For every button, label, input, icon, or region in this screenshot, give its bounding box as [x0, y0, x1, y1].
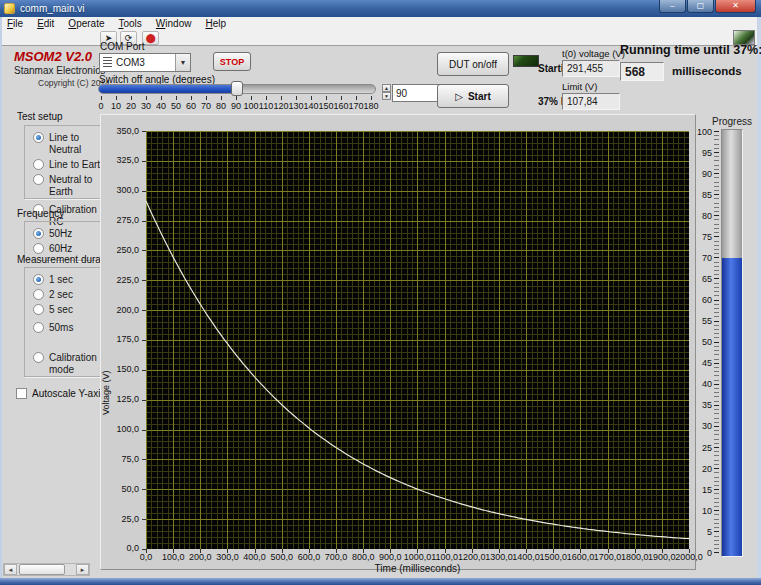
window-title: comm_main.vi	[20, 3, 84, 14]
tick-label: 130	[288, 101, 303, 111]
horizontal-scrollbar[interactable]: ◄ ►	[3, 563, 90, 576]
progress-tick-label: 5	[688, 527, 712, 537]
tick	[251, 96, 252, 100]
progress-tick-label: 30	[688, 421, 712, 431]
menu-window[interactable]: Window	[156, 18, 192, 29]
menu-file[interactable]: File	[7, 18, 23, 29]
y-tick-label: 250,0	[101, 245, 139, 255]
tick-label: 140	[303, 101, 318, 111]
tick-label: 100	[243, 101, 258, 111]
tick-label: 40	[156, 101, 166, 111]
radio-label: 5 sec	[49, 304, 73, 316]
tick-label: 10	[111, 101, 121, 111]
close-button[interactable]: ✕	[715, 0, 756, 13]
y-tick-label: 0,0	[101, 543, 139, 553]
tick	[161, 96, 162, 100]
tick	[206, 96, 207, 100]
waveform-plot[interactable]	[146, 131, 689, 549]
limit-v-label: Limit (V)	[562, 81, 597, 92]
radio-button[interactable]	[33, 243, 44, 254]
y-tick-label: 200,0	[101, 305, 139, 315]
y-tick-label: 50,0	[101, 484, 139, 494]
maximize-button[interactable]: ▢	[687, 0, 714, 13]
radio-button[interactable]	[33, 352, 44, 363]
menu-edit[interactable]: Edit	[37, 18, 54, 29]
tick-label: 170	[348, 101, 363, 111]
angle-slider-fill	[99, 85, 237, 93]
spinner-down-icon[interactable]: ▼	[382, 92, 391, 100]
radio-button[interactable]	[33, 289, 44, 300]
tick	[281, 96, 282, 100]
radio-button[interactable]	[33, 159, 44, 170]
tick-label: 150	[318, 101, 333, 111]
x-tick-label: 600,0	[298, 552, 321, 562]
minimize-button[interactable]: –	[659, 0, 686, 13]
scroll-right-icon[interactable]: ►	[76, 564, 89, 575]
chart-panel: 350,0325,0300,0275,0250,0225,0200,0175,0…	[100, 114, 696, 570]
autoscale-checkbox[interactable]	[16, 388, 27, 399]
app-icon	[4, 3, 15, 14]
tick-label: 180	[363, 101, 378, 111]
y-tick-label: 350,0	[101, 126, 139, 136]
progress-tick-label: 0	[688, 548, 712, 558]
x-tick-label: 500,0	[270, 552, 293, 562]
chevron-down-icon[interactable]: ▼	[175, 54, 190, 71]
scrollbar-thumb[interactable]	[19, 564, 65, 575]
scroll-left-icon[interactable]: ◄	[4, 564, 17, 575]
radio-button[interactable]	[33, 174, 44, 185]
com-port-dropdown[interactable]: COM3 ▼	[99, 53, 191, 72]
progress-bar	[721, 129, 743, 557]
angle-value-field[interactable]: 90	[392, 84, 440, 102]
t0-voltage-label: t(0) voltage (V)	[562, 48, 625, 59]
y-tick-label: 325,0	[101, 155, 139, 165]
menu-tools[interactable]: Tools	[119, 18, 142, 29]
running-time-unit: milliseconds	[672, 65, 742, 77]
tick	[296, 96, 297, 100]
radio-button[interactable]	[33, 228, 44, 239]
spinner-up-icon[interactable]: ▲	[382, 84, 391, 92]
x-tick-label: 0,0	[140, 552, 153, 562]
window-border-right	[757, 17, 761, 578]
tick	[176, 96, 177, 100]
x-tick-label: 1700,0	[594, 552, 622, 562]
abort-icon[interactable]: ⬤	[142, 31, 159, 45]
menu-help[interactable]: Help	[205, 18, 226, 29]
progress-tick-label: 85	[688, 190, 712, 200]
product-name: MSOM2 V2.0	[14, 49, 92, 64]
titlebar: comm_main.vi – ▢ ✕	[0, 0, 761, 17]
angle-slider-scale: 0102030405060708090100110120130140150160…	[98, 96, 382, 114]
tick-label: 70	[201, 101, 211, 111]
y-tick-label: 275,0	[101, 215, 139, 225]
progress-ticks	[714, 131, 719, 553]
scrollbar-track[interactable]	[65, 564, 76, 575]
start-button[interactable]: ▷ Start	[437, 84, 509, 108]
progress-tick-label: 10	[688, 506, 712, 516]
radio-button[interactable]	[33, 322, 44, 333]
stop-button[interactable]: STOP	[213, 52, 251, 71]
x-tick-label: 1100,0	[431, 552, 458, 562]
y-axis-ticks	[142, 131, 146, 550]
radio-button[interactable]	[33, 132, 44, 143]
tick	[221, 96, 222, 100]
radio-button[interactable]	[33, 304, 44, 315]
visa-io-icon	[103, 57, 112, 68]
x-tick-label: 100,0	[162, 552, 185, 562]
menubar: FileEditOperateToolsWindowHelp	[0, 17, 761, 30]
x-tick-label: 200,0	[189, 552, 212, 562]
autoscale-checkbox-row[interactable]: Autoscale Y-axis	[16, 388, 105, 399]
angle-spinner[interactable]: ▲ ▼	[382, 84, 391, 100]
angle-slider-thumb[interactable]	[231, 81, 243, 96]
progress-tick-label: 50	[688, 337, 712, 347]
y-tick-label: 225,0	[101, 275, 139, 285]
menu-operate[interactable]: Operate	[68, 18, 104, 29]
tick	[326, 96, 327, 100]
window-controls: – ▢ ✕	[658, 0, 756, 13]
x-tick-label: 1300,0	[485, 552, 513, 562]
y-tick-label: 100,0	[101, 424, 139, 434]
progress-tick-label: 60	[688, 295, 712, 305]
progress-tick-label: 80	[688, 211, 712, 221]
decay-curve	[146, 131, 689, 549]
labview-window: comm_main.vi – ▢ ✕ FileEditOperateToolsW…	[0, 0, 761, 585]
dut-onoff-button[interactable]: DUT on/off	[437, 52, 509, 76]
radio-button[interactable]	[33, 274, 44, 285]
